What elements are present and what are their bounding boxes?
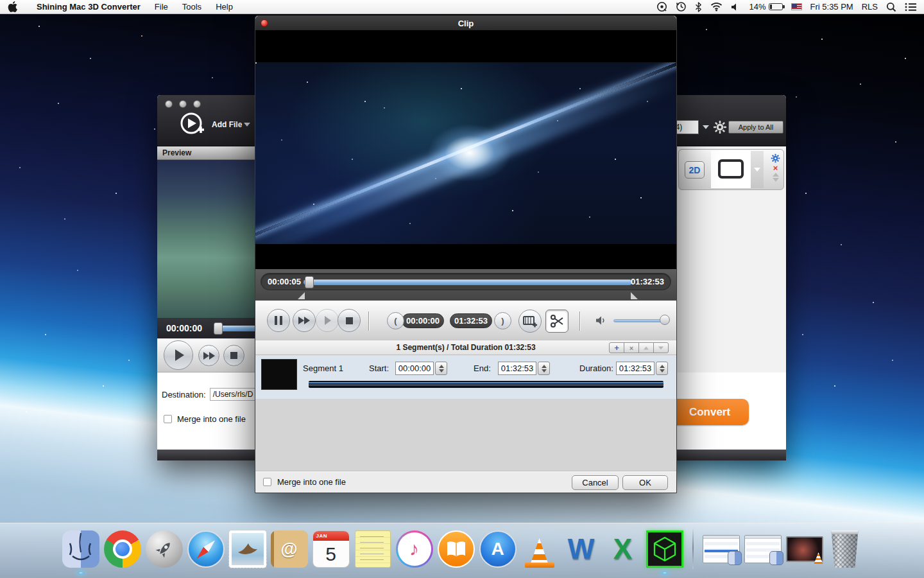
- set-end-bracket-button[interactable]: ): [494, 312, 511, 329]
- trim-end-time[interactable]: 01:32:53: [450, 313, 492, 328]
- dock-item-ibooks[interactable]: [437, 529, 475, 569]
- trash-icon: [829, 530, 861, 568]
- segment-duration-field[interactable]: 01:32:53: [616, 362, 654, 375]
- format-dropdown-icon[interactable]: [703, 125, 709, 129]
- dock-item-safari[interactable]: [187, 529, 225, 569]
- apple-menu-icon[interactable]: [8, 1, 17, 12]
- new-segment-button[interactable]: [518, 310, 542, 333]
- dock-item-trash[interactable]: [827, 529, 863, 569]
- dock-item-itunes[interactable]: ♪: [395, 529, 434, 569]
- frame-step-button[interactable]: [316, 309, 339, 332]
- preview-stop-button[interactable]: [223, 345, 244, 366]
- segment-row[interactable]: Segment 1 Start: 00:00:00 End: 01:32:53 …: [255, 355, 676, 399]
- minimize-button[interactable]: [179, 100, 187, 108]
- dialog-close-button[interactable]: [261, 19, 268, 27]
- galaxy-flare: [428, 124, 511, 182]
- dock-item-minimized-window-2[interactable]: [744, 529, 782, 569]
- input-language-flag-icon[interactable]: [791, 3, 802, 10]
- segments-summary: 1 Segment(s) / Total Duration 01:32:53: [396, 343, 535, 352]
- segment-range-bar[interactable]: [309, 381, 663, 388]
- delete-segment-button[interactable]: ×: [624, 342, 639, 353]
- trim-start-marker[interactable]: [298, 292, 305, 299]
- set-start-bracket-button[interactable]: (: [387, 312, 404, 329]
- calendar-day: 5: [313, 541, 349, 567]
- preview-fast-forward-button[interactable]: [198, 345, 219, 366]
- app-store-a-glyph: A: [491, 539, 504, 559]
- volume-knob[interactable]: [660, 315, 670, 325]
- format-settings-gear-icon[interactable]: [713, 120, 727, 134]
- move-up-icon[interactable]: [773, 173, 779, 177]
- segment-start-field[interactable]: 00:00:00: [395, 362, 434, 375]
- dock-item-excel[interactable]: X: [604, 529, 642, 569]
- dock-item-contacts[interactable]: @: [270, 529, 309, 569]
- ibooks-icon: [438, 530, 475, 568]
- preview-play-button[interactable]: [164, 340, 193, 370]
- convert-button[interactable]: Convert: [671, 399, 749, 425]
- settings-gear-icon[interactable]: [771, 153, 780, 163]
- cut-segment-button[interactable]: [545, 310, 569, 333]
- merge-checkbox[interactable]: [164, 415, 172, 423]
- menu-bar-user[interactable]: RLS: [862, 2, 878, 12]
- dock-item-minimized-window-1[interactable]: [702, 529, 740, 569]
- dock-item-calendar[interactable]: JAN 5: [312, 529, 350, 569]
- display-mode-dropdown[interactable]: [751, 151, 764, 188]
- dock-item-vlc[interactable]: [520, 529, 559, 569]
- timeline-pill: 00:00:05 01:32:53: [261, 273, 671, 290]
- menu-help[interactable]: Help: [216, 2, 233, 12]
- menu-bar-clock[interactable]: Fri 5:35 PM: [810, 2, 853, 12]
- segment-duration-stepper[interactable]: [656, 362, 668, 375]
- dock-item-launchpad[interactable]: [145, 529, 184, 569]
- dock-item-chrome[interactable]: [103, 529, 142, 569]
- fast-forward-button[interactable]: [293, 309, 316, 332]
- time-machine-icon[interactable]: [676, 1, 687, 12]
- add-segment-button[interactable]: +: [609, 342, 624, 353]
- screen-recording-icon[interactable]: [656, 1, 667, 12]
- dock-item-mail[interactable]: [228, 529, 267, 569]
- menu-file[interactable]: File: [155, 2, 168, 12]
- cancel-button[interactable]: Cancel: [572, 475, 619, 490]
- wifi-icon[interactable]: [710, 2, 723, 12]
- menu-tools[interactable]: Tools: [182, 2, 201, 12]
- move-segment-up-button[interactable]: [638, 342, 654, 353]
- segment-name: Segment 1: [303, 363, 343, 373]
- trim-start-time[interactable]: 00:00:00: [402, 313, 444, 328]
- add-file-button[interactable]: Add File: [178, 110, 250, 139]
- dock-item-app-store[interactable]: A: [479, 529, 517, 569]
- dock-item-finder[interactable]: [62, 529, 100, 569]
- pause-button[interactable]: [267, 309, 290, 332]
- move-down-icon[interactable]: [773, 178, 779, 182]
- close-button[interactable]: [165, 100, 173, 108]
- 2d-mode-button[interactable]: 2D: [685, 161, 705, 179]
- zoom-button[interactable]: [193, 100, 201, 108]
- calendar-month: JAN: [313, 531, 349, 541]
- ok-button[interactable]: OK: [622, 475, 668, 490]
- dock-item-3d-converter[interactable]: [646, 529, 684, 569]
- dock-item-minimized-video[interactable]: [785, 529, 824, 569]
- video-stars: [255, 62, 257, 64]
- notification-center-icon[interactable]: [905, 3, 916, 12]
- dialog-merge-checkbox[interactable]: [263, 478, 271, 486]
- menu-bar-app-name[interactable]: Shining Mac 3D Converter: [37, 2, 141, 12]
- battery-indicator[interactable]: 14%: [749, 2, 782, 12]
- spotlight-icon[interactable]: [886, 2, 896, 12]
- volume-icon[interactable]: [731, 3, 740, 12]
- clip-dialog-titlebar[interactable]: Clip: [255, 16, 676, 30]
- stop-button[interactable]: [338, 309, 361, 332]
- destination-field[interactable]: /Users/rls/D: [210, 388, 258, 401]
- move-segment-down-button[interactable]: [653, 342, 669, 353]
- remove-icon[interactable]: ×: [773, 164, 778, 171]
- timeline-track[interactable]: [304, 279, 632, 285]
- timeline-scrubber[interactable]: [305, 276, 314, 288]
- display-mode-swatch[interactable]: [711, 151, 751, 188]
- menu-bar-status: 14% Fri 5:35 PM RLS: [656, 1, 916, 12]
- segment-end-stepper[interactable]: [538, 362, 550, 375]
- segment-end-field[interactable]: 01:32:53: [498, 362, 536, 375]
- dock-item-word[interactable]: W: [562, 529, 601, 569]
- segment-start-stepper[interactable]: [435, 362, 447, 375]
- dock-item-notes[interactable]: [354, 529, 392, 569]
- add-file-icon: [178, 110, 207, 139]
- bluetooth-icon[interactable]: [695, 2, 702, 12]
- apply-to-all-button[interactable]: Apply to All: [728, 121, 783, 134]
- preview-seek-handle[interactable]: [214, 322, 223, 335]
- trim-end-marker[interactable]: [631, 292, 638, 299]
